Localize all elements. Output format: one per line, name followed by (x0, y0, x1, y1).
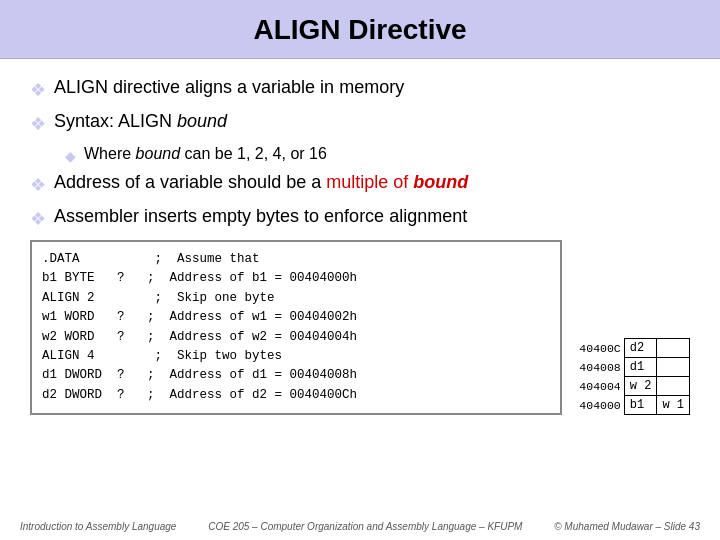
code-line-5: w2 WORD ? ; Address of w2 = 00404004h (42, 328, 550, 347)
mem-cell-w1: w 1 (657, 396, 690, 415)
diamond-icon-4: ❖ (30, 208, 46, 230)
bullet-4-text: Assembler inserts empty bytes to enforce… (54, 206, 467, 227)
slide-title: ALIGN Directive (253, 14, 466, 45)
mem-cell-b1: b1 (624, 396, 657, 415)
mem-cell-d2: d2 (624, 339, 657, 358)
memory-table: 40400C d2 404008 d1 404004 w 2 (574, 338, 690, 415)
code-line-8: d2 DWORD ? ; Address of d2 = 0040400Ch (42, 386, 550, 405)
addr-3: 404004 (574, 377, 624, 396)
diamond-icon-2: ❖ (30, 113, 46, 135)
mem-cell-d1: d1 (624, 358, 657, 377)
bullet-2-text: Syntax: ALIGN bound (54, 111, 227, 132)
bullet-2: ❖ Syntax: ALIGN bound (30, 111, 690, 135)
addr-1: 40400C (574, 339, 624, 358)
footer: Introduction to Assembly Language COE 20… (0, 521, 720, 532)
table-row: 404004 w 2 (574, 377, 689, 396)
code-line-3: ALIGN 2 ; Skip one byte (42, 289, 550, 308)
table-row: 40400C d2 (574, 339, 689, 358)
sub-diamond-icon: ◆ (65, 148, 76, 164)
sub-bullet-1: ◆ Where bound can be 1, 2, 4, or 16 (65, 145, 690, 164)
code-line-6: ALIGN 4 ; Skip two bytes (42, 347, 550, 366)
title-bar: ALIGN Directive (0, 0, 720, 59)
bullet-1: ❖ ALIGN directive aligns a variable in m… (30, 77, 690, 101)
mem-cell-empty-3 (657, 377, 690, 396)
slide: ALIGN Directive ❖ ALIGN directive aligns… (0, 0, 720, 540)
footer-right: © Muhamed Mudawar – Slide 43 (554, 521, 700, 532)
addr-2: 404008 (574, 358, 624, 377)
code-line-7: d1 DWORD ? ; Address of d1 = 00404008h (42, 366, 550, 385)
addr-4: 404000 (574, 396, 624, 415)
diamond-icon-1: ❖ (30, 79, 46, 101)
mem-cell-w2: w 2 (624, 377, 657, 396)
content-area: ❖ ALIGN directive aligns a variable in m… (0, 59, 720, 425)
footer-left: Introduction to Assembly Language (20, 521, 176, 532)
bullet-3: ❖ Address of a variable should be a mult… (30, 172, 690, 196)
code-line-1: .DATA ; Assume that (42, 250, 550, 269)
bullet-3-text: Address of a variable should be a multip… (54, 172, 468, 193)
mem-cell-empty-2 (657, 358, 690, 377)
memory-wrapper: 40400C d2 404008 d1 404004 w 2 (574, 240, 690, 415)
highlight-multiple-of: multiple of bound (326, 172, 468, 192)
table-row: 404000 b1 w 1 (574, 396, 689, 415)
sub-bullet-text: Where bound can be 1, 2, 4, or 16 (84, 145, 327, 163)
code-section: .DATA ; Assume that b1 BYTE ? ; Address … (30, 240, 690, 415)
mem-cell-empty-1 (657, 339, 690, 358)
diamond-icon-3: ❖ (30, 174, 46, 196)
bullet-1-text: ALIGN directive aligns a variable in mem… (54, 77, 404, 98)
code-line-2: b1 BYTE ? ; Address of b1 = 00404000h (42, 269, 550, 288)
bullet-4: ❖ Assembler inserts empty bytes to enfor… (30, 206, 690, 230)
code-box: .DATA ; Assume that b1 BYTE ? ; Address … (30, 240, 562, 415)
code-line-4: w1 WORD ? ; Address of w1 = 00404002h (42, 308, 550, 327)
table-row: 404008 d1 (574, 358, 689, 377)
footer-center: COE 205 – Computer Organization and Asse… (208, 521, 522, 532)
